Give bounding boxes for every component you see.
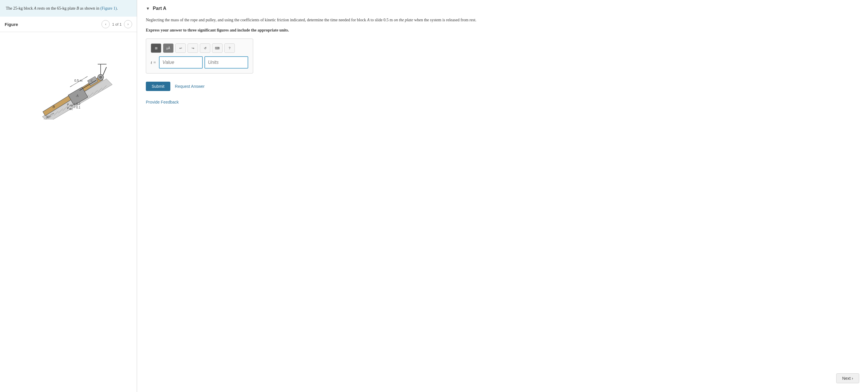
next-label: Next	[842, 376, 851, 381]
svg-line-24	[103, 67, 106, 75]
provide-feedback-link[interactable]: Provide Feedback	[146, 100, 859, 104]
left-panel: The 25-kg block A rests on the 65-kg pla…	[0, 0, 137, 392]
problem-text-1: Neglecting the mass of the rope and pull…	[146, 18, 367, 22]
block-a-label-left: A	[34, 6, 36, 10]
answer-box: ⊞ μÅ ↩ ↪ ↺ ⌨ ?	[146, 38, 253, 73]
figure-prev-button[interactable]: ‹	[101, 20, 110, 28]
next-chevron-icon: ›	[852, 376, 853, 381]
figure-link[interactable]: (Figure 1)	[100, 6, 117, 10]
mu-button[interactable]: μÅ	[163, 43, 174, 53]
problem-text-3: when the system is released from rest.	[413, 18, 476, 22]
on-plate-italic: on the plate	[394, 18, 413, 22]
answer-toolbar: ⊞ μÅ ↩ ↪ ↺ ⌨ ?	[151, 43, 248, 53]
mu-icon: μÅ	[166, 47, 170, 50]
svg-text:C: C	[91, 79, 93, 82]
problem-text-end: as shown in	[79, 6, 100, 10]
part-toggle-icon[interactable]: ▼	[146, 6, 150, 11]
svg-text:= 0.1: = 0.1	[74, 106, 81, 109]
units-input[interactable]	[205, 56, 248, 68]
action-row: Submit Request Answer	[146, 82, 859, 91]
undo-icon: ↩	[179, 47, 182, 50]
figure-image-area: A C	[0, 32, 137, 125]
svg-point-23	[99, 76, 102, 79]
block-a-inline: A	[367, 18, 370, 22]
submit-button[interactable]: Submit	[146, 82, 170, 91]
figure-header: Figure ‹ 1 of 1 ›	[0, 17, 137, 32]
svg-text:μ: μ	[67, 106, 69, 109]
svg-line-29	[86, 77, 88, 78]
diagram-svg: A C	[22, 38, 115, 120]
figure-section: Figure ‹ 1 of 1 ›	[0, 17, 137, 392]
block-b-label-left: B	[76, 6, 79, 10]
value-input[interactable]	[159, 56, 203, 68]
problem-text-mid: rests on the 65-kg plate	[36, 6, 77, 10]
redo-button[interactable]: ↪	[188, 43, 198, 53]
svg-line-28	[70, 86, 72, 87]
part-label: Part A	[153, 6, 166, 11]
input-row: t =	[151, 56, 248, 68]
redo-icon: ↪	[192, 47, 194, 50]
part-header: ▼ Part A	[146, 6, 859, 11]
svg-text:30°: 30°	[46, 115, 51, 119]
figure-title: Figure	[5, 22, 18, 27]
express-instructions: Express your answer to three significant…	[146, 28, 859, 33]
svg-text:AB: AB	[69, 104, 73, 107]
figure-next-button[interactable]: ›	[124, 20, 132, 28]
part-section: ▼ Part A Neglecting the mass of the rope…	[137, 0, 868, 110]
problem-text-period: .	[117, 6, 118, 10]
next-button[interactable]: Next ›	[836, 373, 859, 383]
svg-text:A: A	[76, 93, 79, 98]
figure-nav: ‹ 1 of 1 ›	[101, 20, 132, 28]
refresh-icon: ↺	[204, 47, 207, 50]
svg-text:BC: BC	[69, 108, 73, 111]
matrix-icon: ⊞	[155, 47, 157, 50]
request-answer-link[interactable]: Request Answer	[175, 84, 205, 89]
problem-text-prefix: The 25-kg block	[6, 6, 34, 10]
keyboard-button[interactable]: ⌨	[212, 43, 222, 53]
problem-description: Neglecting the mass of the rope and pull…	[146, 17, 859, 23]
problem-text-2: to slide 0.5 m	[370, 18, 394, 22]
matrix-button[interactable]: ⊞	[151, 43, 161, 53]
svg-text:0.5 m: 0.5 m	[74, 79, 83, 82]
help-icon: ?	[229, 47, 230, 50]
refresh-button[interactable]: ↺	[200, 43, 210, 53]
svg-text:B: B	[53, 104, 55, 109]
svg-text:= 0.2: = 0.2	[74, 102, 81, 105]
help-button[interactable]: ?	[224, 43, 235, 53]
right-panel: ▼ Part A Neglecting the mass of the rope…	[137, 0, 868, 392]
figure-count: 1 of 1	[112, 22, 122, 27]
keyboard-icon: ⌨	[215, 47, 220, 50]
problem-statement-box: The 25-kg block A rests on the 65-kg pla…	[0, 0, 137, 17]
equation-label: t =	[151, 60, 156, 65]
undo-button[interactable]: ↩	[175, 43, 186, 53]
svg-text:μ: μ	[67, 102, 69, 105]
next-btn-container: Next ›	[836, 373, 859, 383]
